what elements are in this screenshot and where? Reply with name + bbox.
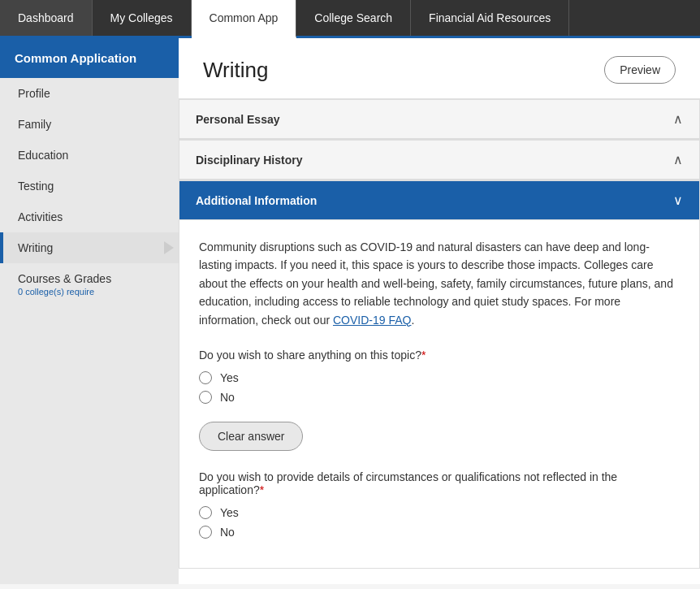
covid-faq-link[interactable]: COVID-19 FAQ [333, 314, 411, 327]
question-2-yes-option[interactable]: Yes [199, 506, 680, 519]
personal-essay-section: Personal Essay ∧ [179, 99, 700, 140]
sidebar-item-education[interactable]: Education [0, 140, 179, 171]
sidebar-item-testing[interactable]: Testing [0, 171, 179, 201]
writing-wrapper: Writing [18, 241, 164, 254]
personal-essay-header[interactable]: Personal Essay ∧ [179, 100, 699, 139]
question-1-no-label: No [220, 391, 235, 404]
question-1-yes-radio[interactable] [199, 371, 212, 384]
additional-information-title: Additional Information [196, 194, 317, 207]
question-1-section: Do you wish to share anything on this to… [199, 349, 680, 451]
disciplinary-history-header[interactable]: Disciplinary History ∧ [179, 141, 699, 180]
sidebar-item-courses-grades[interactable]: Courses & Grades 0 college(s) require [0, 263, 179, 301]
personal-essay-title: Personal Essay [196, 113, 280, 126]
question-2-yes-label: Yes [220, 506, 239, 519]
personal-essay-chevron-icon: ∧ [673, 111, 683, 127]
additional-information-chevron-icon: ∨ [673, 193, 683, 208]
disciplinary-history-section: Disciplinary History ∧ [179, 140, 700, 180]
tab-financial-aid[interactable]: Financial Aid Resources [411, 0, 569, 36]
question-2-required: * [260, 483, 264, 496]
sidebar-arrow-icon [164, 241, 174, 254]
question-1-label: Do you wish to share anything on this to… [199, 349, 680, 362]
question-2-no-label: No [220, 526, 235, 539]
question-2-no-option[interactable]: No [199, 526, 680, 539]
preview-button[interactable]: Preview [604, 56, 676, 84]
question-1-no-radio[interactable] [199, 391, 212, 404]
question-1-yes-label: Yes [220, 371, 239, 384]
question-1-required: * [421, 349, 426, 362]
disciplinary-history-title: Disciplinary History [196, 154, 303, 167]
sidebar-item-family[interactable]: Family [0, 109, 179, 140]
question-2-yes-radio[interactable] [199, 506, 212, 519]
page-title: Writing [203, 58, 268, 83]
sidebar-item-writing[interactable]: Writing [0, 232, 179, 263]
additional-info-body: Community disruptions such as COVID-19 a… [199, 238, 680, 329]
question-2-no-radio[interactable] [199, 526, 212, 539]
tab-dashboard[interactable]: Dashboard [0, 0, 93, 36]
question-2-label: Do you wish to provide details of circum… [199, 470, 680, 496]
additional-information-content: Community disruptions such as COVID-19 a… [179, 220, 699, 568]
additional-information-header[interactable]: Additional Information ∨ [179, 181, 699, 220]
content-area: Writing Preview Personal Essay ∧ Discipl… [179, 38, 700, 584]
main-layout: Common Application Profile Family Educat… [0, 38, 700, 584]
sidebar-item-profile[interactable]: Profile [0, 78, 179, 109]
clear-answer-button[interactable]: Clear answer [199, 422, 303, 451]
page-header: Writing Preview [179, 38, 700, 98]
disciplinary-history-chevron-icon: ∧ [673, 152, 683, 167]
top-navigation: Dashboard My Colleges Common App College… [0, 0, 700, 38]
additional-information-section: Additional Information ∨ Community disru… [179, 180, 700, 569]
tab-common-app[interactable]: Common App [192, 0, 297, 38]
courses-sub-text: 0 college(s) require [18, 287, 164, 297]
question-1-yes-option[interactable]: Yes [199, 371, 680, 384]
tab-college-search[interactable]: College Search [296, 0, 411, 36]
question-1-no-option[interactable]: No [199, 391, 680, 404]
sidebar-header: Common Application [0, 38, 179, 78]
sidebar: Common Application Profile Family Educat… [0, 38, 179, 584]
tab-my-colleges[interactable]: My Colleges [93, 0, 192, 36]
sidebar-item-activities[interactable]: Activities [0, 201, 179, 232]
question-2-section: Do you wish to provide details of circum… [199, 470, 680, 539]
